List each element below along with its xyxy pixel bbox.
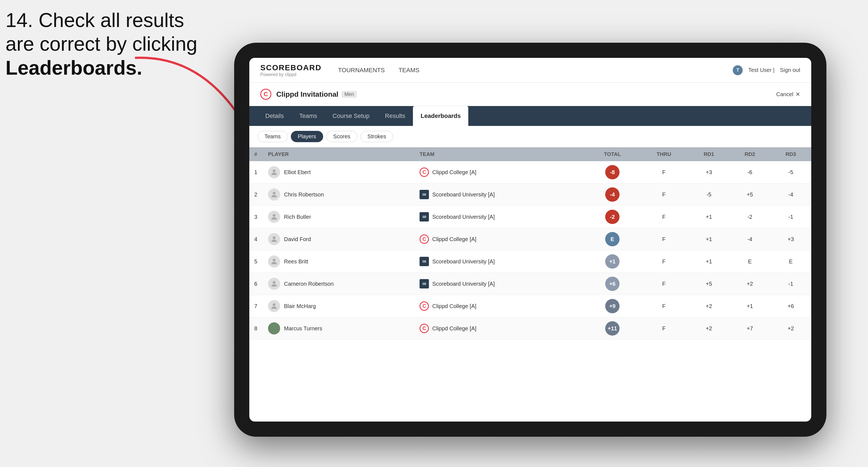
leaderboard-table: # PLAYER TEAM TOTAL THRU RD1 RD2 RD3 1 [249, 147, 811, 422]
cell-rd3: +6 [770, 295, 811, 317]
cell-thru: F [639, 273, 688, 295]
tab-course-setup[interactable]: Course Setup [325, 106, 377, 126]
tournament-logo: C [260, 89, 271, 100]
svg-point-4 [273, 237, 276, 239]
cell-player: Cameron Robertson [263, 273, 414, 295]
cell-team: C Clippd College [A] [414, 317, 585, 340]
cell-thru: F [639, 184, 688, 206]
cell-rd1: +2 [688, 317, 730, 340]
cell-rd1: -5 [688, 184, 730, 206]
cell-rd2: +5 [730, 184, 771, 206]
col-team: TEAM [414, 147, 585, 161]
cell-team: SB Scoreboard University [A] [414, 184, 585, 206]
cancel-button[interactable]: Cancel ✕ [776, 91, 800, 97]
cell-rd3: +2 [770, 317, 811, 340]
cell-player: Rees Britt [263, 250, 414, 273]
cell-rd1: +3 [688, 161, 730, 184]
cell-thru: F [639, 228, 688, 250]
table-row: 1 Elliot Ebert C Clippd College [A] [249, 161, 811, 184]
filter-players[interactable]: Players [291, 131, 323, 142]
cell-thru: F [639, 206, 688, 228]
tab-details[interactable]: Details [257, 106, 291, 126]
cell-rank: 7 [249, 295, 263, 317]
cell-rd3: -1 [770, 273, 811, 295]
cell-rd2: -2 [730, 206, 771, 228]
cell-player: David Ford [263, 228, 414, 250]
tournament-badge: Men [342, 91, 357, 98]
svg-point-5 [273, 259, 276, 261]
results-table: # PLAYER TEAM TOTAL THRU RD1 RD2 RD3 1 [249, 147, 811, 340]
tab-leaderboards[interactable]: Leaderboards [413, 106, 469, 126]
player-avatar [268, 188, 280, 200]
svg-point-2 [273, 192, 276, 194]
filter-scores[interactable]: Scores [327, 131, 357, 142]
table-row: 5 Rees Britt SB Scoreboard University [A… [249, 250, 811, 273]
cell-team: C Clippd College [A] [414, 228, 585, 250]
user-avatar: T [733, 65, 743, 75]
cell-total: -8 [585, 161, 639, 184]
cell-team: C Clippd College [A] [414, 295, 585, 317]
team-logo: SB [420, 257, 429, 266]
table-row: 2 Chris Robertson SB Scoreboard Universi… [249, 184, 811, 206]
player-avatar [268, 255, 280, 268]
player-avatar [268, 166, 280, 178]
cell-rd3: -1 [770, 206, 811, 228]
cell-player: Rich Butler [263, 206, 414, 228]
instruction-line1: 14. Check all results [5, 9, 184, 31]
tab-teams[interactable]: Teams [291, 106, 325, 126]
table-row: 3 Rich Butler SB Scoreboard University [… [249, 206, 811, 228]
team-logo: SB [420, 190, 429, 199]
team-logo: SB [420, 279, 429, 288]
player-avatar [268, 278, 280, 290]
nav-right: T Test User | Sign out [733, 65, 800, 75]
cell-total: +1 [585, 250, 639, 273]
nav-teams[interactable]: TEAMS [399, 67, 420, 74]
tablet-screen: SCOREBOARD Powered by clippd TOURNAMENTS… [249, 58, 811, 422]
cell-rank: 1 [249, 161, 263, 184]
cell-rd3: E [770, 250, 811, 273]
svg-point-6 [273, 281, 276, 284]
sign-out-link[interactable]: Sign out [780, 67, 800, 73]
cell-thru: F [639, 317, 688, 340]
table-row: 7 Blair McHarg C Clippd College [A] [249, 295, 811, 317]
tournament-header: C Clippd Invitational Men Cancel ✕ [249, 83, 811, 106]
tabs-bar: Details Teams Course Setup Results Leade… [249, 106, 811, 126]
team-logo: C [420, 302, 429, 311]
cell-team: SB Scoreboard University [A] [414, 206, 585, 228]
cell-rank: 2 [249, 184, 263, 206]
cell-rd3: -5 [770, 161, 811, 184]
table-row: 8 Marcus Turners C Clippd College [A] +1… [249, 317, 811, 340]
player-avatar [268, 300, 280, 312]
cell-rd1: +1 [688, 228, 730, 250]
filter-bar: Teams Players Scores Strokes [249, 126, 811, 147]
svg-point-7 [273, 303, 276, 306]
cell-rank: 5 [249, 250, 263, 273]
logo-sub: Powered by clippd [260, 72, 321, 77]
cell-rd1: +2 [688, 295, 730, 317]
cell-total: +6 [585, 273, 639, 295]
col-player: PLAYER [263, 147, 414, 161]
player-avatar [268, 211, 280, 223]
nav-tournaments[interactable]: TOURNAMENTS [338, 67, 385, 74]
svg-point-3 [273, 214, 276, 217]
cell-player: Elliot Ebert [263, 161, 414, 184]
col-rd1: RD1 [688, 147, 730, 161]
cell-thru: F [639, 295, 688, 317]
team-logo: C [420, 235, 429, 244]
tournament-title: Clippd Invitational [276, 90, 338, 99]
cell-rd2: -6 [730, 161, 771, 184]
cell-rank: 6 [249, 273, 263, 295]
cell-thru: F [639, 161, 688, 184]
filter-strokes[interactable]: Strokes [361, 131, 393, 142]
team-logo: C [420, 324, 429, 333]
table-row: 4 David Ford C Clippd College [A] [249, 228, 811, 250]
svg-point-1 [273, 169, 276, 172]
top-nav: SCOREBOARD Powered by clippd TOURNAMENTS… [249, 58, 811, 83]
filter-teams[interactable]: Teams [257, 131, 287, 142]
tab-results[interactable]: Results [377, 106, 413, 126]
cell-total: -4 [585, 184, 639, 206]
cell-total: +9 [585, 295, 639, 317]
nav-links: TOURNAMENTS TEAMS [338, 67, 733, 74]
cell-team: C Clippd College [A] [414, 161, 585, 184]
team-logo: C [420, 167, 429, 177]
